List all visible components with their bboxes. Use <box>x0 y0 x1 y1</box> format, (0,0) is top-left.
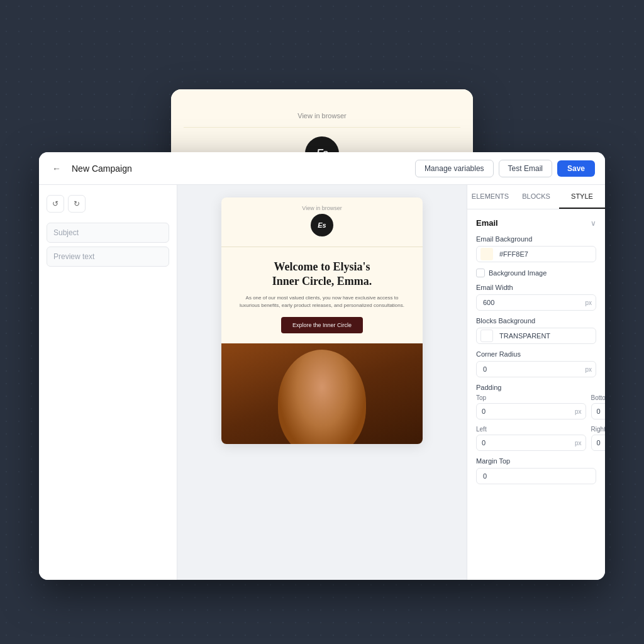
chevron-down-icon: ∨ <box>591 219 596 228</box>
campaign-title: New Campaign <box>72 164 132 174</box>
margin-top-input-row[interactable] <box>476 468 596 484</box>
undo-button[interactable]: ↺ <box>47 195 64 213</box>
padding-bottom-input-row[interactable]: px <box>591 403 605 419</box>
padding-top-label: Top <box>476 394 586 401</box>
tab-style[interactable]: STYLE <box>559 185 605 209</box>
view-in-browser-text: View in browser <box>184 101 460 128</box>
corner-radius-input[interactable] <box>477 362 581 377</box>
app-topbar: ← New Campaign Manage variables Test Ema… <box>39 152 605 185</box>
bg-color-input[interactable] <box>497 247 596 262</box>
padding-bottom-input[interactable] <box>592 404 605 419</box>
panel-section-email-title: Email <box>476 218 498 228</box>
right-panel: ELEMENTS BLOCKS STYLE Email ∨ Email Back… <box>467 185 605 580</box>
corner-radius-unit: px <box>581 366 596 373</box>
margin-top-label: Margin Top <box>476 457 596 465</box>
margin-top-input[interactable] <box>477 469 596 484</box>
test-email-button[interactable]: Test Email <box>499 160 552 177</box>
save-button[interactable]: Save <box>557 160 595 177</box>
email-width-label: Email Width <box>476 284 596 291</box>
padding-top-unit: px <box>571 408 586 415</box>
padding-right-label: Right <box>591 426 605 433</box>
blocks-bg-input[interactable] <box>497 328 596 343</box>
blocks-background-label: Blocks Background <box>476 317 596 325</box>
bg-color-swatch <box>480 248 493 260</box>
panel-tabs: ELEMENTS BLOCKS STYLE <box>467 185 605 209</box>
preview-text-field[interactable]: Preview text <box>47 247 169 267</box>
bg-image-row: Background Image <box>476 269 596 277</box>
subject-field[interactable]: Subject <box>47 223 169 243</box>
email-width-input[interactable] <box>477 295 581 310</box>
canvas-brand-logo: Es <box>311 214 333 236</box>
padding-top-input[interactable] <box>477 404 571 419</box>
email-width-input-row[interactable]: px <box>476 294 596 311</box>
canvas-hero-image <box>221 343 423 444</box>
app-window: ← New Campaign Manage variables Test Ema… <box>39 152 605 580</box>
padding-left-unit: px <box>571 440 586 447</box>
padding-right-input-row[interactable]: px <box>591 435 605 451</box>
bg-image-label: Background Image <box>489 269 547 277</box>
padding-left-label: Left <box>476 426 586 433</box>
bg-image-checkbox[interactable] <box>476 269 485 277</box>
app-sidebar: ↺ ↻ Subject Preview text <box>39 185 177 580</box>
manage-variables-button[interactable]: Manage variables <box>415 160 494 177</box>
padding-top-bottom: Top px Bottom px <box>476 394 596 419</box>
canvas-view-in-browser: View in browser <box>231 205 413 211</box>
padding-left-right: Left px Right px <box>476 426 596 451</box>
padding-left-input[interactable] <box>477 435 571 450</box>
padding-right-input[interactable] <box>592 435 605 450</box>
email-width-unit: px <box>581 299 596 306</box>
padding-left-input-row[interactable]: px <box>476 435 586 451</box>
bg-color-input-row[interactable] <box>476 246 596 262</box>
panel-content: Email ∨ Email Background Background Imag… <box>467 209 605 580</box>
tab-blocks[interactable]: BLOCKS <box>513 185 559 209</box>
padding-label: Padding <box>476 384 596 391</box>
corner-radius-label: Corner Radius <box>476 350 596 358</box>
canvas-email-preview: View in browser Es Welcome to Elysia's I… <box>221 197 423 444</box>
blocks-bg-swatch <box>480 330 493 342</box>
corner-radius-input-row[interactable]: px <box>476 361 596 377</box>
redo-button[interactable]: ↻ <box>68 195 86 213</box>
padding-bottom-label: Bottom <box>591 394 605 401</box>
email-canvas: View in browser Es Welcome to Elysia's I… <box>177 185 467 580</box>
padding-top-input-row[interactable]: px <box>476 403 586 419</box>
canvas-cta-button[interactable]: Explore the Inner Circle <box>281 317 363 333</box>
email-background-label: Email Background <box>476 235 596 243</box>
canvas-email-text: As one of our most valued clients, you n… <box>236 294 408 309</box>
back-button[interactable]: ← <box>49 161 64 176</box>
blocks-bg-input-row[interactable] <box>476 328 596 344</box>
canvas-email-title: Welcome to Elysia's Inner Circle, Emma. <box>236 260 408 288</box>
tab-elements[interactable]: ELEMENTS <box>467 185 513 209</box>
